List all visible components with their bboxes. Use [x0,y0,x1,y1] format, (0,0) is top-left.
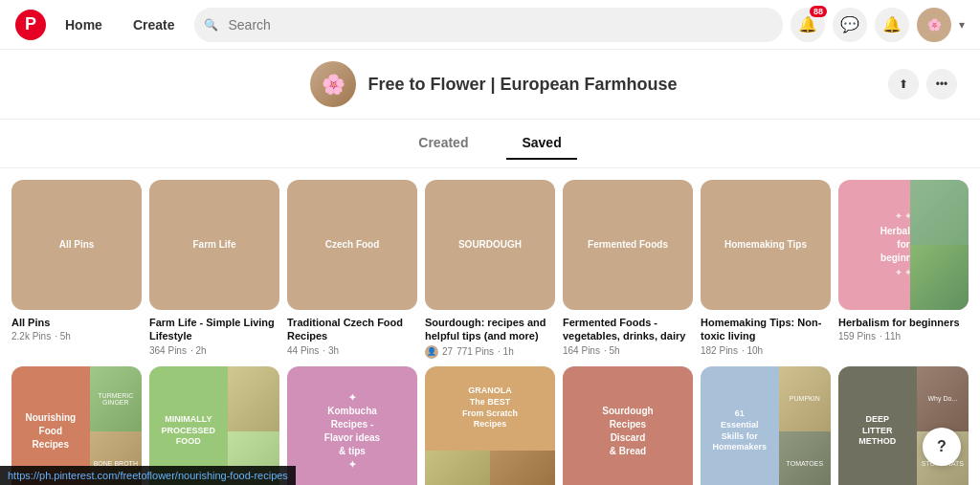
board-contributor-count: 27 [442,346,453,357]
board-title: Traditional Czech Food Recipes [287,316,417,343]
board-cover-chickens: DEEPLITTERMETHOD Why Do... STOP GNATS [838,366,969,485]
home-link[interactable]: Home [54,10,114,40]
board-time: · 11h [880,331,901,342]
profile-info: 🌸 Free to Flower | European Farmhouse [100,61,888,107]
notifications-button[interactable]: 🔔 88 [791,8,825,42]
board-time: · 2h [190,345,207,356]
board-pin-count: 159 Pins [838,331,876,342]
board-title: Herbalism for beginners [838,316,969,329]
board-cover-fermented: Fermented Foods [563,180,693,310]
profile-name: Free to Flower | European Farmhouse [368,75,677,95]
board-time: · 1h [498,346,514,357]
board-pin-count: 182 Pins [701,345,738,356]
nav-actions: 🔔 88 💬 🔔 🌸 ▾ [791,8,965,42]
board-item-czech[interactable]: Czech Food Traditional Czech Food Recipe… [287,180,417,359]
board-cover-farm: Farm Life [149,180,279,310]
navigation: P Home Create 🔍 🔔 88 💬 🔔 🌸 ▾ [0,0,980,50]
tab-saved[interactable]: Saved [506,127,576,160]
board-cover-homemaking1: Homemaking Tips [701,180,831,310]
pinterest-logo[interactable]: P [15,10,46,40]
board-cover-sourdough2: SourdoughRecipesDiscard& Bread [563,366,693,485]
board-title: Homemaking Tips: Non-toxic living [701,316,831,343]
board-pin-count: 2.2k Pins [11,331,51,342]
alerts-button[interactable]: 🔔 [875,8,909,42]
board-cover-herbalism: ✦ ✦ Herbalismforbeginners ✦ ✦ [838,180,969,310]
avatar[interactable]: 🌸 [917,8,951,42]
board-item-allpins[interactable]: All Pins All Pins 2.2k Pins · 5h [11,180,142,359]
board-meta: 44 Pins · 3h [287,345,417,356]
boards-grid: All Pins All Pins 2.2k Pins · 5h Farm Li… [11,180,969,485]
board-title: Fermented Foods - vegetables, drinks, da… [563,316,693,343]
search-container: 🔍 [194,8,784,42]
board-contributor-avatar: 👤 [425,345,438,359]
board-item-fermented[interactable]: Fermented Foods Fermented Foods - vegeta… [563,180,693,359]
board-time: · 10h [742,345,763,356]
share-button[interactable]: ⬆ [888,69,919,99]
board-time: · 5h [604,345,620,356]
chevron-down-icon[interactable]: ▾ [959,18,965,32]
board-time: · 5h [55,331,71,342]
board-item-farm[interactable]: Farm Life Farm Life - Simple Living Life… [149,180,279,359]
board-cover-homemaking2: 61EssentialSkills forHomemakers PUMPKIN … [701,366,831,485]
board-item-herbalism[interactable]: ✦ ✦ Herbalismforbeginners ✦ ✦ Herbalism … [838,180,969,359]
board-item-sourdough2[interactable]: SourdoughRecipesDiscard& Bread Sourdough… [563,366,693,485]
board-time: · 3h [323,345,339,356]
board-item-homemaking1[interactable]: Homemaking Tips Homemaking Tips: Non-tox… [701,180,831,359]
board-meta: 159 Pins · 11h [838,331,969,342]
board-meta: 182 Pins · 10h [701,345,831,356]
board-item-sourdough1[interactable]: SOURDOUGH Sourdough: recipes and helpful… [425,180,555,359]
board-title: All Pins [11,316,142,329]
boards-container: All Pins All Pins 2.2k Pins · 5h Farm Li… [0,168,980,485]
board-cover-allpins: All Pins [11,180,142,310]
more-options-button[interactable]: ••• [926,69,957,99]
profile-actions: ⬆ ••• [888,69,957,99]
board-title: Sourdough: recipes and helpful tips (and… [425,316,555,343]
board-pin-count: 44 Pins [287,345,319,356]
board-cover-czech: Czech Food [287,180,417,310]
board-pin-count: 164 Pins [563,345,600,356]
board-meta: 364 Pins · 2h [149,345,279,356]
board-item-homemaking2[interactable]: 61EssentialSkills forHomemakers PUMPKIN … [701,366,831,485]
board-pin-count: 771 Pins [457,346,494,357]
tabs: Created Saved [0,120,980,168]
help-button[interactable]: ? [923,428,961,466]
board-cover-bestfrom: GRANOLAThe BESTFrom ScratchRecipes [425,366,555,485]
board-cover-sourdough1: SOURDOUGH [425,180,555,310]
board-meta: 👤27 771 Pins · 1h [425,345,555,359]
profile-avatar: 🌸 [310,61,356,107]
notification-badge: 88 [810,6,827,17]
search-input[interactable] [194,8,784,42]
board-meta: 2.2k Pins · 5h [11,331,142,342]
tooltip-bar: https://ph.pinterest.com/freetoflower/no… [0,466,296,485]
board-cover-kombucha: ✦KombuchaRecipes -Flavor ideas& tips✦ [287,366,417,485]
board-meta: 164 Pins · 5h [563,345,693,356]
tab-created[interactable]: Created [403,127,483,160]
profile-header: 🌸 Free to Flower | European Farmhouse ⬆ … [0,50,980,120]
avatar-image: 🌸 [310,61,356,107]
search-icon: 🔍 [204,18,218,32]
messages-button[interactable]: 💬 [833,8,867,42]
board-item-chickens[interactable]: DEEPLITTERMETHOD Why Do... STOP GNATS Ra… [838,366,969,485]
board-pin-count: 364 Pins [149,345,187,356]
board-item-kombucha[interactable]: ✦KombuchaRecipes -Flavor ideas& tips✦ Ko… [287,366,417,485]
create-link[interactable]: Create [122,10,187,40]
board-title: Farm Life - Simple Living Lifestyle [149,316,279,343]
board-item-bestfrom[interactable]: GRANOLAThe BESTFrom ScratchRecipes The B… [425,366,555,485]
